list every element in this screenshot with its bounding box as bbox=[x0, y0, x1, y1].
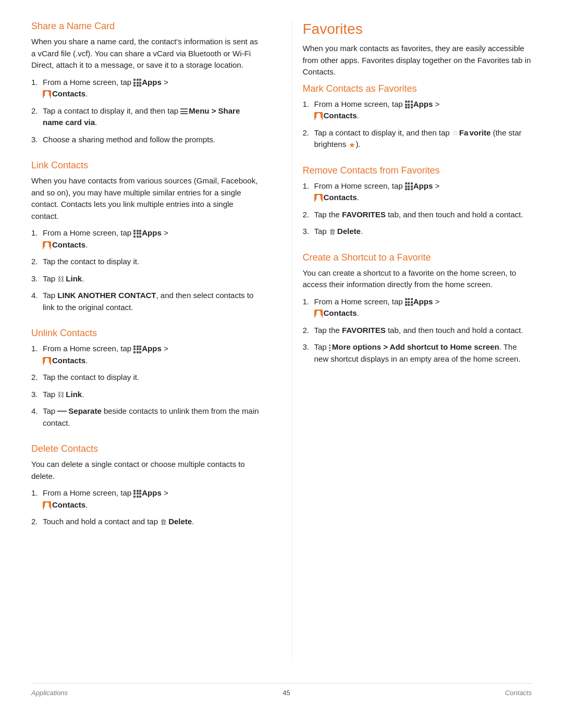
step-number: 1. bbox=[31, 487, 43, 511]
footer-page-number: 45 bbox=[283, 689, 290, 697]
step-content: Tap ⛓Link. bbox=[43, 273, 261, 285]
step-content: Tap 🗑Delete. bbox=[314, 226, 532, 238]
favorites-main-title: Favorites bbox=[303, 21, 532, 38]
step-content: Tap the contact to display it. bbox=[43, 256, 261, 268]
step-content: From a Home screen, tap Apps >Contacts. bbox=[43, 227, 261, 251]
page-footer: Applications 45 Contacts bbox=[31, 683, 532, 697]
step-number: 4. bbox=[31, 290, 43, 313]
apps-icon bbox=[133, 346, 141, 353]
right-column: FavoritesWhen you mark contacts as favor… bbox=[292, 21, 532, 662]
step-item: 3.Tap 🗑Delete. bbox=[303, 226, 532, 238]
step-item: 1.From a Home screen, tap Apps >Contacts… bbox=[31, 227, 261, 251]
steps-list-unlink-contacts: 1.From a Home screen, tap Apps >Contacts… bbox=[31, 343, 261, 429]
step-item: 2.Touch and hold a contact and tap 🗑Dele… bbox=[31, 516, 261, 528]
step-item: 2.Tap the contact to display it. bbox=[31, 256, 261, 268]
step-number: 3. bbox=[31, 134, 43, 146]
step-content: From a Home screen, tap Apps >Contacts. bbox=[43, 487, 261, 511]
step-number: 3. bbox=[303, 341, 314, 365]
step-item: 1.From a Home screen, tap Apps >Contacts… bbox=[303, 296, 532, 319]
apps-icon bbox=[133, 230, 141, 238]
link-icon: ⛓ bbox=[57, 390, 64, 400]
page: Share a Name CardWhen you share a name c… bbox=[0, 0, 563, 728]
section-title-create-shortcut: Create a Shortcut to a Favorite bbox=[303, 252, 532, 263]
section-delete-contacts: Delete ContactsYou can delete a single c… bbox=[31, 443, 261, 528]
section-title-remove-favorites: Remove Contacts from Favorites bbox=[303, 165, 532, 176]
step-item: 1.From a Home screen, tap Apps >Contacts… bbox=[31, 343, 261, 366]
section-body-create-shortcut: You can create a shortcut to a favorite … bbox=[303, 267, 532, 291]
section-title-share-name-card: Share a Name Card bbox=[31, 21, 261, 32]
steps-list-mark-favorites: 1.From a Home screen, tap Apps >Contacts… bbox=[303, 98, 532, 151]
apps-icon bbox=[405, 101, 413, 108]
apps-icon bbox=[133, 79, 141, 87]
step-item: 2.Tap the FAVORITES tab, and then touch … bbox=[303, 209, 532, 221]
trash-icon: 🗑 bbox=[160, 517, 167, 527]
step-item: 1.From a Home screen, tap Apps >Contacts… bbox=[303, 180, 532, 204]
step-item: 2.Tap the contact to display it. bbox=[31, 372, 261, 384]
trash-icon: 🗑 bbox=[329, 227, 336, 237]
apps-icon bbox=[405, 182, 413, 190]
contacts-icon bbox=[314, 310, 323, 318]
step-content: From a Home screen, tap Apps >Contacts. bbox=[314, 98, 532, 122]
section-title-delete-contacts: Delete Contacts bbox=[31, 443, 261, 454]
step-content: Tap the FAVORITES tab, and then touch an… bbox=[314, 325, 532, 337]
step-item: 4.Tap Separate beside contacts to unlink… bbox=[31, 405, 261, 429]
step-number: 3. bbox=[31, 389, 43, 401]
step-number: 1. bbox=[303, 296, 314, 319]
section-body-link-contacts: When you have contacts from various sour… bbox=[31, 175, 261, 222]
contacts-icon bbox=[314, 112, 323, 120]
step-item: 3.Choose a sharing method and follow the… bbox=[31, 134, 261, 146]
left-column: Share a Name CardWhen you share a name c… bbox=[31, 21, 271, 662]
step-number: 2. bbox=[303, 127, 314, 151]
menu-icon bbox=[180, 108, 188, 114]
section-title-unlink-contacts: Unlink Contacts bbox=[31, 328, 261, 339]
step-content: Touch and hold a contact and tap 🗑Delete… bbox=[43, 516, 261, 528]
section-mark-favorites: Mark Contacts as Favorites1.From a Home … bbox=[303, 83, 532, 151]
steps-list-share-name-card: 1.From a Home screen, tap Apps >Contacts… bbox=[31, 77, 261, 146]
step-number: 3. bbox=[303, 226, 314, 238]
footer-left: Applications bbox=[31, 689, 68, 697]
contacts-icon bbox=[314, 194, 323, 202]
more-options-icon bbox=[329, 344, 331, 351]
step-content: Tap a contact to display it, and then ta… bbox=[43, 105, 261, 129]
steps-list-delete-contacts: 1.From a Home screen, tap Apps >Contacts… bbox=[31, 487, 261, 528]
step-content: Tap LINK ANOTHER CONTACT, and then selec… bbox=[43, 290, 261, 313]
contacts-icon bbox=[43, 501, 51, 510]
step-number: 2. bbox=[303, 209, 314, 221]
step-content: Tap the contact to display it. bbox=[43, 372, 261, 384]
section-body-delete-contacts: You can delete a single contact or choos… bbox=[31, 459, 261, 482]
section-unlink-contacts: Unlink Contacts1.From a Home screen, tap… bbox=[31, 328, 261, 429]
step-number: 2. bbox=[31, 105, 43, 129]
footer-right: Contacts bbox=[505, 689, 532, 697]
step-item: 2.Tap the FAVORITES tab, and then touch … bbox=[303, 325, 532, 337]
step-number: 1. bbox=[303, 180, 314, 204]
step-number: 1. bbox=[31, 227, 43, 251]
section-remove-favorites: Remove Contacts from Favorites1.From a H… bbox=[303, 165, 532, 238]
steps-list-create-shortcut: 1.From a Home screen, tap Apps >Contacts… bbox=[303, 296, 532, 365]
step-content: Tap ⛓Link. bbox=[43, 389, 261, 401]
step-number: 2. bbox=[31, 256, 43, 268]
step-content: From a Home screen, tap Apps >Contacts. bbox=[314, 180, 532, 204]
step-item: 1.From a Home screen, tap Apps >Contacts… bbox=[31, 487, 261, 511]
step-content: From a Home screen, tap Apps >Contacts. bbox=[43, 343, 261, 366]
steps-list-remove-favorites: 1.From a Home screen, tap Apps >Contacts… bbox=[303, 180, 532, 238]
star-filled-icon: ★ bbox=[349, 140, 356, 151]
contacts-icon bbox=[43, 357, 51, 365]
step-content: From a Home screen, tap Apps >Contacts. bbox=[43, 77, 261, 100]
step-number: 4. bbox=[31, 405, 43, 429]
step-number: 2. bbox=[303, 325, 314, 337]
favorites-intro: When you mark contacts as favorites, the… bbox=[303, 43, 532, 78]
step-number: 1. bbox=[31, 77, 43, 100]
section-share-name-card: Share a Name CardWhen you share a name c… bbox=[31, 21, 261, 145]
step-content: Tap Separate beside contacts to unlink t… bbox=[43, 405, 261, 429]
step-content: From a Home screen, tap Apps >Contacts. bbox=[314, 296, 532, 319]
step-number: 2. bbox=[31, 516, 43, 528]
step-item: 3.Tap ⛓Link. bbox=[31, 273, 261, 285]
step-item: 2.Tap a contact to display it, and then … bbox=[31, 105, 261, 129]
separate-icon bbox=[57, 411, 67, 412]
step-number: 1. bbox=[303, 98, 314, 122]
step-item: 2.Tap a contact to display it, and then … bbox=[303, 127, 532, 151]
apps-icon bbox=[133, 490, 141, 498]
section-title-mark-favorites: Mark Contacts as Favorites bbox=[303, 83, 532, 94]
section-create-shortcut: Create a Shortcut to a FavoriteYou can c… bbox=[303, 252, 532, 365]
step-item: 4.Tap LINK ANOTHER CONTACT, and then sel… bbox=[31, 290, 261, 313]
